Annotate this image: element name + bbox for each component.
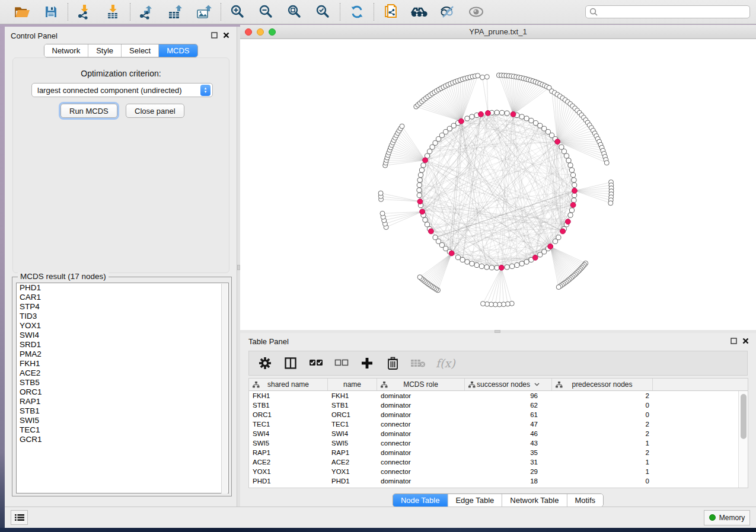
mcds-result-item[interactable]: STB5 <box>17 378 228 387</box>
network-graph[interactable] <box>240 39 756 330</box>
tab-mcds[interactable]: MCDS <box>158 44 197 57</box>
table-settings-gear-icon[interactable] <box>257 355 273 371</box>
network-view-canvas[interactable] <box>240 39 756 330</box>
control-panel: Control Panel NetworkStyleSelectMCDS Opt… <box>5 27 237 507</box>
cell-mcds-role: dominator <box>377 476 465 486</box>
mcds-result-item[interactable]: STP4 <box>17 302 228 312</box>
import-network-icon[interactable] <box>76 3 94 21</box>
mcds-result-item[interactable]: STB1 <box>17 406 228 416</box>
cell-name: SWI4 <box>328 429 377 438</box>
search-input[interactable] <box>601 7 746 17</box>
import-table-icon[interactable] <box>104 3 122 21</box>
close-panel-button[interactable]: Close panel <box>126 104 184 118</box>
deselect-all-icon[interactable] <box>334 355 349 371</box>
search-box[interactable] <box>585 5 750 18</box>
mcds-result-item[interactable]: PMA2 <box>17 350 228 359</box>
mcds-result-item[interactable]: CAR1 <box>17 293 228 302</box>
save-icon[interactable] <box>42 3 60 21</box>
cell-predecessor-nodes: 1 <box>552 438 653 448</box>
cell-mcds-role: dominator <box>377 448 465 457</box>
table-row[interactable]: SWI5SWI5connector431 <box>249 438 738 448</box>
optimization-criterion-value: largest connected component (undirected) <box>37 86 182 95</box>
tab-style[interactable]: Style <box>88 44 121 57</box>
task-history-button[interactable] <box>11 510 28 525</box>
zoom-in-icon[interactable] <box>229 3 247 21</box>
mcds-result-item[interactable]: RAP1 <box>17 397 228 406</box>
table-row[interactable]: PHD1PHD1dominator180 <box>249 476 738 486</box>
node-table-header: shared namenameMCDS rolesuccessor nodesp… <box>249 379 748 391</box>
memory-button[interactable]: Memory <box>704 510 750 525</box>
search-network-icon[interactable] <box>410 3 428 21</box>
main-toolbar <box>0 0 756 24</box>
export-table-icon[interactable] <box>167 3 184 21</box>
mcds-result-item[interactable]: YOX1 <box>17 321 228 331</box>
tab-network[interactable]: Network <box>44 44 88 57</box>
table-scrollbar[interactable] <box>738 391 748 488</box>
table-row[interactable]: RAP1RAP1dominator352 <box>249 448 738 457</box>
tab-select[interactable]: Select <box>121 44 158 57</box>
mcds-result-item[interactable]: FKH1 <box>17 359 228 368</box>
optimization-criterion-select[interactable]: largest connected component (undirected)… <box>31 83 213 97</box>
share-document-icon[interactable] <box>382 3 400 21</box>
cell-successor-nodes: 47 <box>465 419 552 429</box>
show-columns-icon[interactable] <box>283 355 298 371</box>
mcds-result-item[interactable]: GCR1 <box>17 435 228 444</box>
cell-name: FKH1 <box>328 391 377 400</box>
column-header-MCDS-role[interactable]: MCDS role <box>377 379 465 390</box>
mcds-result-item[interactable]: SWI4 <box>17 331 228 340</box>
zoom-out-icon[interactable] <box>257 3 275 21</box>
column-header-successor-nodes[interactable]: successor nodes <box>465 379 552 390</box>
table-row[interactable]: YOX1YOX1connector291 <box>249 467 738 476</box>
zoom-fit-icon[interactable] <box>286 3 304 21</box>
table-row[interactable]: STB1STB1dominator620 <box>249 400 738 410</box>
cell-name: SWI5 <box>328 438 377 448</box>
mcds-result-item[interactable]: SRD1 <box>17 340 228 350</box>
result-list-scrollbar[interactable] <box>221 284 228 493</box>
table-row[interactable]: SWI4SWI4dominator462 <box>249 429 738 438</box>
column-header-shared-name[interactable]: shared name <box>249 379 328 390</box>
table-row[interactable]: FKH1FKH1dominator962 <box>249 391 738 400</box>
add-column-icon[interactable] <box>359 355 375 371</box>
function-builder-icon: f(x) <box>436 357 455 370</box>
cell-name: RAP1 <box>328 448 377 457</box>
mcds-result-list[interactable]: PHD1CAR1STP4TID3YOX1SWI4SRD1PMA2FKH1ACE2… <box>16 283 229 493</box>
table-row[interactable]: ACE2ACE2connector311 <box>249 457 738 467</box>
mcds-result-item[interactable]: TID3 <box>17 312 228 321</box>
open-folder-icon[interactable] <box>14 3 31 21</box>
run-mcds-button[interactable]: Run MCDS <box>60 104 117 118</box>
table-row[interactable]: ORC1ORC1dominator610 <box>249 410 738 419</box>
cell-name: TEC1 <box>328 419 377 429</box>
mcds-result-item[interactable]: PHD1 <box>17 283 228 293</box>
column-header-name[interactable]: name <box>328 379 377 390</box>
tab-node-table[interactable]: Node Table <box>393 494 448 507</box>
tab-edge-table[interactable]: Edge Table <box>447 494 502 507</box>
hide-details-icon[interactable] <box>439 3 457 21</box>
show-details-icon <box>467 3 485 21</box>
network-window-titlebar[interactable]: YPA_prune.txt_1 <box>240 25 756 39</box>
export-image-icon[interactable] <box>195 3 213 21</box>
table-row[interactable]: TEC1TEC1connector472 <box>249 419 738 429</box>
float-panel-icon[interactable] <box>731 338 737 344</box>
cell-predecessor-nodes: 1 <box>552 467 653 476</box>
column-header-predecessor-nodes[interactable]: predecessor nodes <box>552 379 653 390</box>
select-stepper-icon: ▲▼ <box>200 85 210 96</box>
cell-shared-name: ACE2 <box>249 457 328 467</box>
select-all-icon[interactable] <box>308 355 324 371</box>
tab-network-table[interactable]: Network Table <box>502 494 566 507</box>
table-scrollbar-thumb[interactable] <box>741 394 747 439</box>
mcds-result-item[interactable]: ORC1 <box>17 387 228 397</box>
cell-mcds-role: connector <box>377 419 465 429</box>
cell-successor-nodes: 96 <box>465 391 552 400</box>
export-network-icon[interactable] <box>138 3 156 21</box>
mcds-result-item[interactable]: TEC1 <box>17 425 228 435</box>
cell-shared-name: ORC1 <box>249 410 328 419</box>
close-panel-icon[interactable] <box>223 32 229 39</box>
zoom-selected-icon[interactable] <box>314 3 332 21</box>
close-panel-icon[interactable] <box>742 338 749 344</box>
delete-column-trash-icon[interactable] <box>385 355 400 371</box>
mcds-result-item[interactable]: SWI5 <box>17 416 228 425</box>
refresh-icon[interactable] <box>348 3 366 21</box>
float-panel-icon[interactable] <box>211 32 218 39</box>
mcds-result-item[interactable]: ACE2 <box>17 368 228 378</box>
tab-motifs[interactable]: Motifs <box>566 494 603 507</box>
